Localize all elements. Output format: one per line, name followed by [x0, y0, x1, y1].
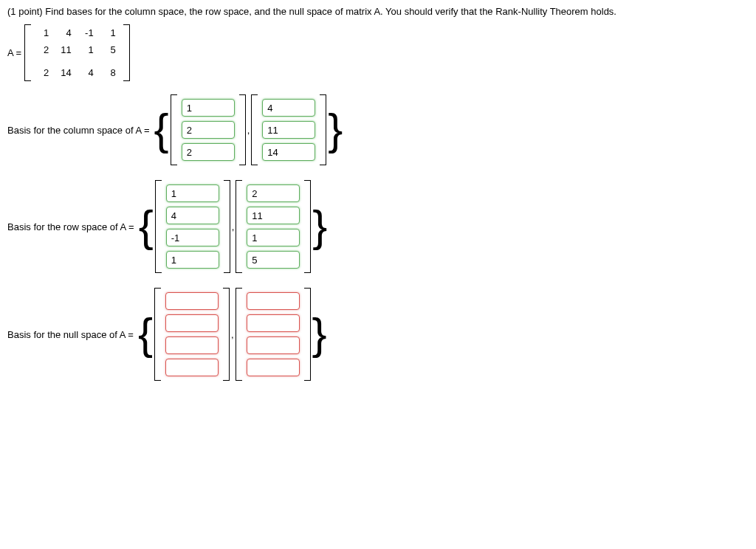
nullspace-vec2 [236, 288, 311, 381]
brace-left: { [137, 312, 154, 356]
nullspace-vec1 [154, 288, 230, 381]
brace-right: } [311, 204, 329, 249]
rowspace-label: Basis for the row space of A = [7, 221, 134, 232]
colspace-label: Basis for the column space of A = [7, 125, 150, 136]
rowspace-v1-3[interactable] [166, 229, 219, 246]
colspace-v2-3[interactable] [262, 143, 315, 161]
rowspace-v1-4[interactable] [166, 251, 219, 269]
rowspace-v1-2[interactable] [166, 207, 219, 224]
colspace-vec2 [251, 94, 326, 165]
rowspace-vec1 [155, 180, 230, 273]
matrix-a: 14-11 21115 21448 [24, 24, 129, 81]
matrix-a-label: A = [7, 47, 21, 58]
colspace-v2-1[interactable] [262, 99, 315, 117]
colspace-v1-1[interactable] [182, 99, 235, 117]
nullspace-v1-3[interactable] [165, 336, 219, 354]
colspace-v1-2[interactable] [182, 121, 235, 139]
rowspace-v2-4[interactable] [247, 251, 300, 269]
comma: , [230, 221, 236, 232]
rowspace-v2-3[interactable] [247, 229, 300, 246]
rowspace-v1-1[interactable] [166, 184, 219, 202]
matrix-a-table: 14-11 21115 21448 [32, 24, 121, 81]
bracket-left [24, 24, 31, 81]
brace-right: } [311, 312, 329, 356]
question-text: (1 point) Find bases for the column spac… [7, 6, 749, 17]
nullspace-v1-2[interactable] [165, 314, 219, 332]
nullspace-v2-3[interactable] [247, 336, 300, 354]
colspace-v1-3[interactable] [182, 143, 235, 161]
colspace-v2-2[interactable] [262, 121, 315, 139]
colspace-vec1 [171, 94, 246, 165]
bracket-right [123, 24, 130, 81]
nullspace-label: Basis for the null space of A = [7, 329, 134, 340]
nullspace-v1-4[interactable] [165, 359, 219, 376]
rowspace-v2-1[interactable] [247, 184, 300, 202]
brace-right: } [326, 108, 344, 152]
nullspace-v2-2[interactable] [247, 314, 300, 332]
comma: , [230, 329, 236, 340]
nullspace-v1-1[interactable] [165, 292, 219, 310]
brace-left: { [137, 204, 155, 249]
nullspace-v2-1[interactable] [247, 292, 300, 310]
brace-left: { [153, 108, 171, 152]
rowspace-v2-2[interactable] [247, 207, 300, 224]
comma: , [246, 125, 252, 136]
nullspace-v2-4[interactable] [247, 359, 300, 376]
rowspace-vec2 [236, 180, 311, 273]
